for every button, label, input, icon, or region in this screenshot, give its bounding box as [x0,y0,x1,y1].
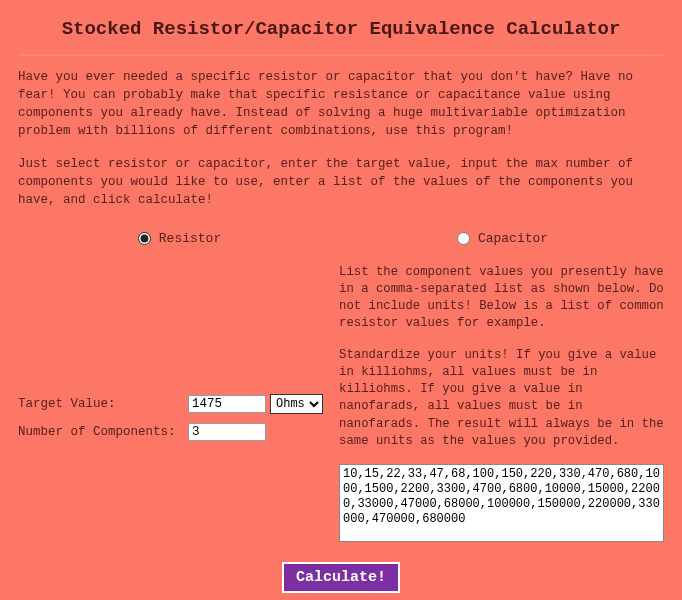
intro-paragraph-2: Just select resistor or capacitor, enter… [18,155,664,209]
resistor-radio-label: Resistor [159,231,221,246]
target-value-input[interactable] [188,395,266,413]
unit-select[interactable]: Ohms [270,394,323,414]
intro-paragraph-1: Have you ever needed a specific resistor… [18,68,664,141]
num-components-input[interactable] [188,423,266,441]
values-help-2: Standardize your units! If you give a va… [339,347,664,450]
divider [18,54,664,56]
capacitor-radio-label: Capacitor [478,231,548,246]
calculate-button[interactable]: Calculate! [282,562,400,593]
num-components-label: Number of Components: [18,425,188,439]
target-value-label: Target Value: [18,397,188,411]
capacitor-radio[interactable] [457,232,470,245]
page-title: Stocked Resistor/Capacitor Equivalence C… [18,18,664,40]
resistor-radio[interactable] [138,232,151,245]
values-help-1: List the component values you presently … [339,264,664,333]
component-values-textarea[interactable] [339,464,664,542]
component-type-radios: Resistor Capacitor [18,231,664,246]
